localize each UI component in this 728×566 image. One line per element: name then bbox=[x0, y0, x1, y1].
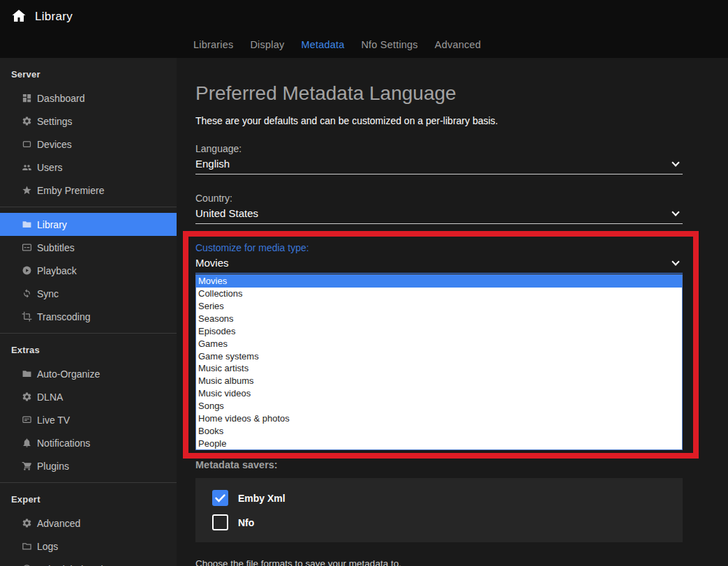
page-title: Library bbox=[35, 10, 73, 24]
sidebar-section-label: Expert bbox=[11, 494, 165, 505]
dropdown-option-music-albums[interactable]: Music albums bbox=[196, 375, 682, 387]
dropdown-option-people[interactable]: People bbox=[196, 437, 682, 449]
country-field: Country: United States bbox=[195, 193, 683, 224]
sidebar-item-users[interactable]: Users bbox=[0, 156, 177, 179]
dropdown-option-games[interactable]: Games bbox=[196, 337, 682, 350]
sidebar-item-playback[interactable]: Playback bbox=[0, 259, 177, 282]
language-select[interactable]: English bbox=[195, 158, 683, 174]
tab-metadata[interactable]: Metadata bbox=[301, 39, 344, 50]
media-type-dropdown-list: MoviesCollectionsSeriesSeasonsEpisodesGa… bbox=[195, 274, 683, 450]
dropdown-option-music-artists[interactable]: Music artists bbox=[196, 362, 682, 375]
sidebar-item-plugins[interactable]: Plugins bbox=[0, 454, 177, 477]
dropdown-option-series[interactable]: Series bbox=[196, 300, 682, 313]
sidebar-item-notifications[interactable]: Notifications bbox=[0, 431, 177, 454]
country-label: Country: bbox=[195, 193, 683, 204]
sidebar-item-label: Users bbox=[37, 162, 63, 173]
sidebar-section-expert: ExpertAdvancedLogsScheduled Tasks bbox=[0, 482, 177, 566]
language-field: Language: English bbox=[195, 144, 683, 174]
devices-icon bbox=[22, 139, 32, 149]
sidebar-item-sync[interactable]: Sync bbox=[0, 282, 177, 305]
folder-icon bbox=[22, 219, 32, 230]
sidebar-item-live-tv[interactable]: Live TV bbox=[0, 408, 177, 431]
subtitles-icon bbox=[22, 242, 32, 253]
chevron-down-icon bbox=[671, 158, 679, 166]
media-type-label: Customize for media type: bbox=[195, 243, 683, 253]
sidebar-item-label: Playback bbox=[37, 265, 77, 276]
sidebar-item-label: Live TV bbox=[37, 415, 70, 426]
sidebar-item-label: Devices bbox=[37, 139, 72, 150]
saver-label: Emby Xml bbox=[238, 493, 285, 504]
tab-advanced[interactable]: Advanced bbox=[435, 39, 481, 50]
sidebar-item-subtitles[interactable]: Subtitles bbox=[0, 236, 177, 259]
sidebar-item-settings[interactable]: Settings bbox=[0, 110, 177, 133]
dropdown-option-seasons[interactable]: Seasons bbox=[196, 313, 682, 325]
sidebar-item-scheduled-tasks[interactable]: Scheduled Tasks bbox=[0, 558, 177, 566]
sidebar-item-dashboard[interactable]: Dashboard bbox=[0, 87, 177, 110]
saver-row-nfo[interactable]: Nfo bbox=[212, 514, 683, 530]
dropdown-option-movies[interactable]: Movies bbox=[196, 275, 682, 288]
sidebar-item-label: Advanced bbox=[37, 518, 80, 529]
gear-icon bbox=[22, 518, 32, 528]
sidebar-item-label: Library bbox=[37, 219, 67, 230]
sidebar-item-devices[interactable]: Devices bbox=[0, 133, 177, 156]
crop-icon bbox=[22, 311, 32, 322]
sidebar-section-label: Extras bbox=[11, 345, 165, 355]
tab-libraries[interactable]: Libraries bbox=[193, 39, 233, 50]
language-value: English bbox=[195, 158, 230, 170]
folder-outline-icon bbox=[22, 541, 32, 551]
sidebar-section-extras: ExtrasAuto-OrganizeDLNALive TVNotificati… bbox=[0, 333, 177, 482]
sidebar-item-label: Dashboard bbox=[37, 93, 85, 104]
saver-row-emby-xml[interactable]: Emby Xml bbox=[212, 490, 683, 506]
folder-icon bbox=[22, 368, 32, 379]
sidebar-item-dlna[interactable]: DLNA bbox=[0, 385, 177, 408]
sidebar-item-logs[interactable]: Logs bbox=[0, 535, 177, 558]
sidebar-item-library[interactable]: Library bbox=[0, 213, 177, 236]
home-icon[interactable] bbox=[10, 8, 27, 24]
sidebar-item-label: Transcoding bbox=[37, 311, 91, 322]
media-type-field: Customize for media type: Movies bbox=[195, 243, 683, 274]
dropdown-option-home-videos-photos[interactable]: Home videos & photos bbox=[196, 412, 682, 424]
chevron-down-icon bbox=[671, 258, 679, 265]
metadata-savers-description: Choose the file formats to save your met… bbox=[195, 558, 728, 566]
dropdown-option-collections[interactable]: Collections bbox=[196, 288, 682, 300]
tab-nfo-settings[interactable]: Nfo Settings bbox=[361, 39, 417, 50]
sidebar-item-emby-premiere[interactable]: Emby Premiere bbox=[0, 179, 177, 202]
media-type-value: Movies bbox=[195, 257, 229, 269]
sidebar-item-transcoding[interactable]: Transcoding bbox=[0, 305, 177, 328]
sidebar-item-label: Plugins bbox=[37, 461, 69, 472]
country-select[interactable]: United States bbox=[195, 207, 683, 224]
sidebar-section-server: ServerDashboardSettingsDevicesUsersEmby … bbox=[0, 69, 177, 207]
country-value: United States bbox=[195, 207, 258, 219]
page-subheading: These are your defaults and can be custo… bbox=[195, 115, 728, 126]
checkbox-unchecked-icon[interactable] bbox=[212, 514, 228, 530]
chevron-down-icon bbox=[671, 208, 679, 216]
sidebar-item-label: Subtitles bbox=[37, 242, 75, 253]
tab-display[interactable]: Display bbox=[250, 39, 284, 50]
bell-icon bbox=[22, 438, 32, 448]
metadata-savers-label: Metadata savers: bbox=[195, 460, 728, 470]
play-circle-icon bbox=[22, 265, 32, 276]
gear-icon bbox=[22, 116, 32, 126]
language-label: Language: bbox=[195, 144, 683, 154]
sidebar-item-label: Scheduled Tasks bbox=[37, 564, 111, 566]
sidebar-item-advanced[interactable]: Advanced bbox=[0, 512, 177, 535]
sync-icon bbox=[22, 288, 32, 299]
media-type-select[interactable]: Movies bbox=[195, 257, 683, 274]
sidebar: ServerDashboardSettingsDevicesUsersEmby … bbox=[0, 58, 177, 566]
dropdown-option-music-videos[interactable]: Music videos bbox=[196, 387, 682, 400]
dropdown-option-songs[interactable]: Songs bbox=[196, 400, 682, 412]
dropdown-option-episodes[interactable]: Episodes bbox=[196, 325, 682, 337]
sidebar-section: LibrarySubtitlesPlaybackSyncTranscoding bbox=[0, 207, 177, 333]
checkbox-checked-icon[interactable] bbox=[212, 490, 228, 506]
saver-label: Nfo bbox=[238, 517, 254, 528]
dropdown-option-books[interactable]: Books bbox=[196, 424, 682, 437]
tab-bar: LibrariesDisplayMetadataNfo SettingsAdva… bbox=[193, 39, 481, 58]
sidebar-item-label: Settings bbox=[37, 116, 73, 127]
top-header: Library LibrariesDisplayMetadataNfo Sett… bbox=[0, 0, 728, 58]
sidebar-item-auto-organize[interactable]: Auto-Organize bbox=[0, 362, 177, 385]
dropdown-option-game-systems[interactable]: Game systems bbox=[196, 350, 682, 362]
tv-icon bbox=[22, 415, 32, 425]
page-heading: Preferred Metadata Language bbox=[195, 83, 728, 104]
gear-icon bbox=[22, 392, 32, 402]
dashboard-icon bbox=[22, 93, 32, 103]
